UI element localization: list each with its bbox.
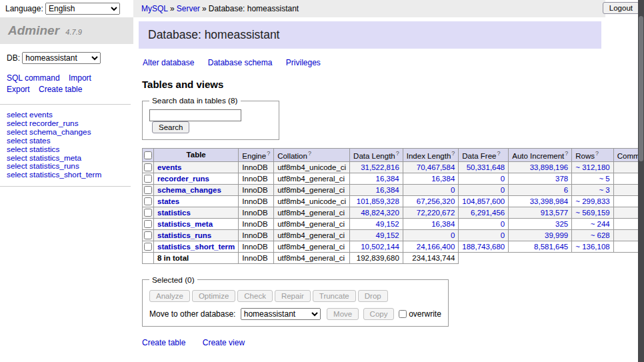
row-checkbox[interactable] bbox=[144, 175, 152, 183]
engine-cell: InnoDB bbox=[239, 207, 274, 218]
search-input[interactable] bbox=[149, 109, 241, 121]
rows-count-cell: ~ 5 bbox=[572, 173, 613, 184]
row-checkbox[interactable] bbox=[144, 163, 152, 171]
rows-count-link[interactable]: ~ 628 bbox=[591, 231, 610, 239]
brand-version: 4.7.9 bbox=[65, 28, 81, 36]
help-link[interactable]: ? bbox=[308, 150, 311, 157]
top-bar: Language: English MySQL»Server»Database:… bbox=[0, 0, 644, 17]
language-form: Language: English bbox=[5, 3, 120, 15]
copy-button[interactable]: Copy bbox=[363, 308, 395, 320]
sidebar-table-link[interactable]: select states bbox=[7, 136, 51, 145]
sidebar-table-link[interactable]: select recorder_runs bbox=[7, 119, 79, 128]
create-table-link[interactable]: Create table bbox=[39, 85, 82, 94]
data-length-cell: 31,522,816 bbox=[350, 161, 403, 173]
sidebar-table-link[interactable]: select statistics bbox=[7, 145, 59, 154]
sidebar: Adminer 4.7.9 DB: homeassistant SQL comm… bbox=[0, 17, 133, 362]
data-length-cell: 10,502,144 bbox=[350, 241, 403, 252]
rows-count-link[interactable]: ~ 569,159 bbox=[575, 209, 609, 217]
row-checkbox-cell bbox=[143, 241, 154, 252]
vertical-scrollbar[interactable] bbox=[638, 0, 644, 362]
truncate-button[interactable]: Truncate bbox=[313, 290, 356, 302]
data-length-cell: 48,824,320 bbox=[350, 207, 403, 218]
breadcrumb-server-link[interactable]: Server bbox=[177, 4, 200, 13]
table-name-link[interactable]: statistics_short_term bbox=[157, 243, 235, 251]
row-checkbox[interactable] bbox=[144, 197, 152, 205]
sidebar-table-link[interactable]: select statistics_short_term bbox=[7, 170, 101, 179]
table-name-link[interactable]: statistics_runs bbox=[157, 231, 211, 239]
search-button[interactable]: Search bbox=[152, 121, 189, 133]
help-link[interactable]: ? bbox=[595, 150, 599, 157]
export-link[interactable]: Export bbox=[7, 85, 30, 94]
sidebar-table-link[interactable]: select statistics_meta bbox=[7, 153, 81, 163]
collation-cell: utf8mb4_general_ci bbox=[274, 184, 350, 195]
language-select[interactable]: English bbox=[45, 3, 120, 15]
rows-count-link[interactable]: ~ 136,108 bbox=[575, 243, 609, 251]
rows-count-link[interactable]: ~ 312,180 bbox=[575, 163, 609, 171]
language-label: Language: bbox=[5, 4, 43, 13]
rows-count-link[interactable]: ~ 299,833 bbox=[575, 197, 609, 205]
help-link[interactable]: ? bbox=[396, 150, 399, 157]
breadcrumb-mysql-link[interactable]: MySQL bbox=[141, 4, 168, 13]
select-all-checkbox[interactable] bbox=[144, 151, 152, 159]
col-collation: Collation? bbox=[274, 149, 350, 162]
row-checkbox[interactable] bbox=[144, 243, 152, 251]
rows-count-cell: ~ 3 bbox=[572, 184, 613, 195]
move-db-select[interactable]: homeassistant bbox=[241, 308, 321, 320]
sidebar-table-link[interactable]: select schema_changes bbox=[7, 127, 91, 137]
table-name-link[interactable]: states bbox=[157, 197, 179, 205]
rows-count-link[interactable]: ~ 244 bbox=[591, 220, 610, 228]
search-legend: Search data in tables (8) bbox=[149, 96, 241, 105]
overwrite-checkbox[interactable] bbox=[399, 310, 407, 318]
rows-count-cell: ~ 628 bbox=[572, 229, 613, 241]
table-row: schema_changesInnoDButf8mb4_general_ci16… bbox=[143, 184, 644, 195]
table-name-link[interactable]: recorder_runs bbox=[157, 175, 209, 183]
help-link[interactable]: ? bbox=[267, 150, 270, 157]
database-schema-link[interactable]: Database schema bbox=[208, 58, 273, 67]
scrollbar-thumb[interactable] bbox=[639, 16, 643, 161]
table-name-link[interactable]: statistics_meta bbox=[157, 220, 213, 228]
table-row: eventsInnoDButf8mb4_unicode_ci31,522,816… bbox=[143, 161, 644, 173]
drop-button[interactable]: Drop bbox=[358, 290, 388, 302]
table-name-link[interactable]: statistics bbox=[157, 209, 191, 217]
alter-database-link[interactable]: Alter database bbox=[143, 58, 194, 67]
table-name-cell: schema_changes bbox=[154, 184, 239, 195]
table-name-link[interactable]: schema_changes bbox=[157, 186, 221, 194]
check-button[interactable]: Check bbox=[237, 290, 273, 302]
help-link[interactable]: ? bbox=[497, 150, 500, 157]
app-brand: Adminer 4.7.9 bbox=[0, 17, 133, 44]
privileges-link[interactable]: Privileges bbox=[286, 58, 321, 67]
help-link[interactable]: ? bbox=[565, 150, 568, 157]
import-link[interactable]: Import bbox=[69, 73, 91, 83]
table-row: recorder_runsInnoDButf8mb4_general_ci16,… bbox=[143, 173, 644, 184]
row-checkbox[interactable] bbox=[144, 209, 152, 217]
rows-count-link[interactable]: ~ 5 bbox=[599, 175, 609, 183]
row-checkbox-cell bbox=[143, 161, 154, 173]
create-table-link-main[interactable]: Create table bbox=[142, 338, 185, 347]
selected-fieldset: Selected (0) AnalyzeOptimizeCheckRepairT… bbox=[142, 275, 449, 327]
data-length-cell: 101,859,328 bbox=[350, 195, 403, 207]
optimize-button[interactable]: Optimize bbox=[192, 290, 235, 302]
sql-command-link[interactable]: SQL command bbox=[7, 73, 60, 83]
table-name-link[interactable]: events bbox=[157, 163, 181, 171]
auto-increment-cell: 8,581,645 bbox=[509, 241, 572, 252]
db-select[interactable]: homeassistant bbox=[22, 52, 101, 64]
sidebar-table-link[interactable]: select statistics_runs bbox=[7, 161, 79, 171]
create-view-link[interactable]: Create view bbox=[203, 338, 245, 347]
data-free-cell: 188,743,680 bbox=[459, 241, 509, 252]
repair-button[interactable]: Repair bbox=[275, 290, 311, 302]
footer-index-length: 234,143,744 bbox=[403, 252, 459, 263]
row-checkbox[interactable] bbox=[144, 231, 152, 239]
row-checkbox[interactable] bbox=[144, 220, 152, 228]
logout-button[interactable]: Logout bbox=[603, 2, 639, 14]
row-checkbox[interactable] bbox=[144, 186, 152, 194]
analyze-button[interactable]: Analyze bbox=[149, 290, 190, 302]
sidebar-table-link[interactable]: select events bbox=[7, 110, 53, 119]
index-length-cell: 0 bbox=[403, 229, 459, 241]
col-data-length: Data Length? bbox=[350, 149, 403, 162]
rows-count-link[interactable]: ~ 3 bbox=[599, 186, 609, 194]
help-link[interactable]: ? bbox=[451, 150, 455, 157]
breadcrumb-current: Database: homeassistant bbox=[209, 4, 299, 13]
move-button[interactable]: Move bbox=[327, 308, 359, 320]
table-name-cell: statistics_runs bbox=[154, 229, 239, 241]
auto-increment-cell: 33,398,984 bbox=[509, 195, 572, 207]
